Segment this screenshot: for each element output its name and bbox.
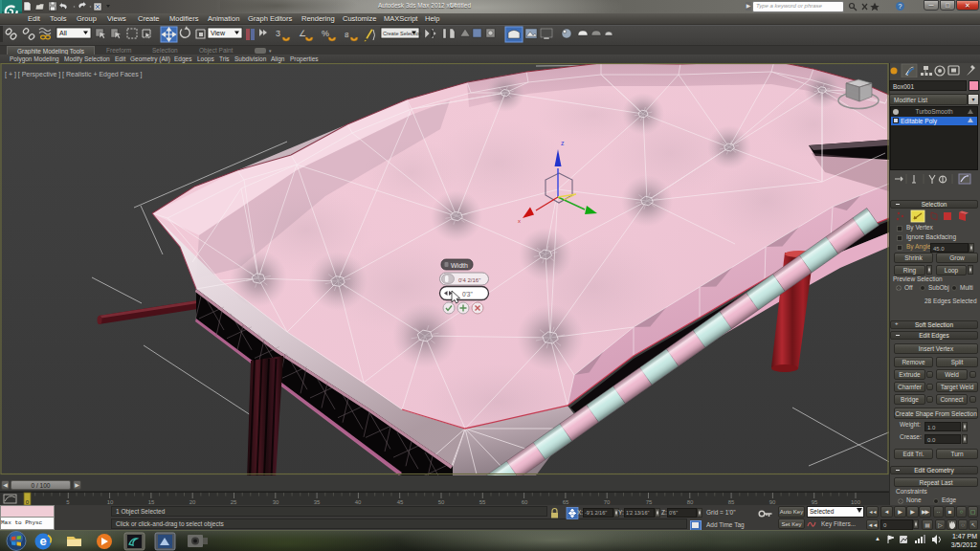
svg-text:95: 95 <box>812 499 818 505</box>
svg-text:3: 3 <box>276 29 280 38</box>
svg-text:60: 60 <box>522 499 528 505</box>
svg-text:55: 55 <box>479 499 486 505</box>
svg-text:%: % <box>322 29 329 38</box>
svg-text:25: 25 <box>231 499 237 505</box>
svg-text:90: 90 <box>769 499 776 505</box>
svg-text:10: 10 <box>107 499 114 505</box>
svg-text:z: z <box>561 140 565 146</box>
svg-text:e: e <box>39 534 46 548</box>
svg-text:x: x <box>518 218 521 224</box>
svg-text:70: 70 <box>604 499 611 505</box>
svg-text:85: 85 <box>728 499 735 505</box>
svg-text:20: 20 <box>189 499 196 505</box>
svg-text:75: 75 <box>646 499 653 505</box>
svg-text:15: 15 <box>148 499 155 505</box>
svg-text:65: 65 <box>563 499 569 505</box>
svg-text:50: 50 <box>438 499 445 505</box>
svg-text:0'3": 0'3" <box>462 291 473 298</box>
svg-text:Create Selection: Create Selection <box>383 31 422 36</box>
svg-text:Width: Width <box>451 262 468 269</box>
svg-text:100: 100 <box>851 499 861 505</box>
svg-text:30: 30 <box>273 499 279 505</box>
svg-text:0'4 2/16": 0'4 2/16" <box>458 277 480 283</box>
svg-text:All: All <box>59 30 67 36</box>
svg-text:80: 80 <box>687 499 694 505</box>
svg-text:8: 8 <box>345 31 349 39</box>
svg-text:45: 45 <box>397 499 404 505</box>
svg-text:35: 35 <box>314 499 321 505</box>
svg-text:∠: ∠ <box>299 29 306 38</box>
svg-text:40: 40 <box>355 499 362 505</box>
svg-text:View: View <box>211 30 226 36</box>
svg-text:[ + ] [ Perspective ] [ Realis: [ + ] [ Perspective ] [ Realistic + Edge… <box>5 71 143 78</box>
